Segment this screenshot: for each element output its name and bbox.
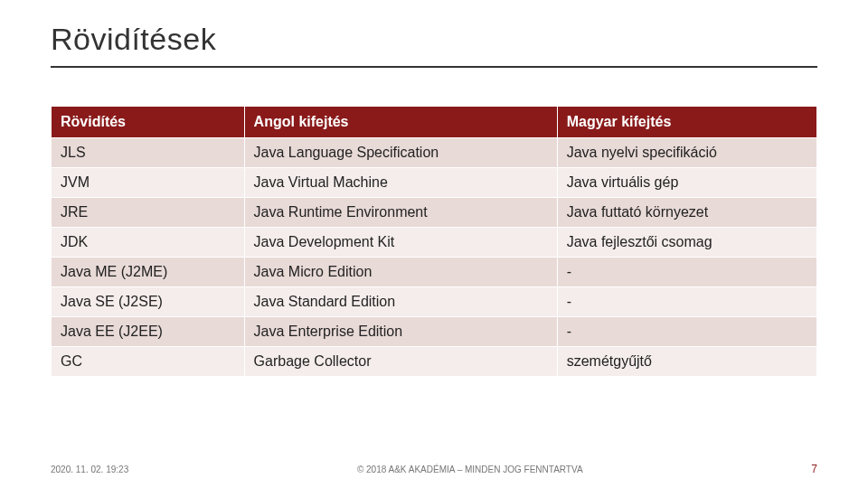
- cell-english: Java Runtime Environment: [244, 198, 557, 228]
- cell-english: Java Virtual Machine: [244, 168, 557, 198]
- col-header-hungarian: Magyar kifejtés: [557, 107, 816, 138]
- cell-english: Java Language Specification: [244, 138, 557, 168]
- table-row: JDK Java Development Kit Java fejlesztői…: [52, 228, 817, 258]
- cell-hungarian: Java fejlesztői csomag: [557, 228, 816, 258]
- cell-hungarian: -: [557, 287, 816, 317]
- abbrev-table-container: Rövidítés Angol kifejtés Magyar kifejtés…: [51, 106, 817, 377]
- table-row: Java ME (J2ME) Java Micro Edition -: [52, 258, 817, 287]
- table-row: Java SE (J2SE) Java Standard Edition -: [52, 287, 817, 317]
- abbrev-table: Rövidítés Angol kifejtés Magyar kifejtés…: [51, 106, 817, 377]
- footer-page-number: 7: [811, 463, 817, 475]
- cell-hungarian: Java nyelvi specifikáció: [557, 138, 816, 168]
- cell-english: Java Micro Edition: [244, 258, 557, 287]
- cell-hungarian: -: [557, 258, 816, 287]
- cell-abbrev: Java SE (J2SE): [52, 287, 245, 317]
- cell-hungarian: szemétgyűjtő: [557, 347, 816, 377]
- table-header-row: Rövidítés Angol kifejtés Magyar kifejtés: [52, 107, 817, 138]
- cell-english: Garbage Collector: [244, 347, 557, 377]
- cell-english: Java Development Kit: [244, 228, 557, 258]
- cell-hungarian: Java futtató környezet: [557, 198, 816, 228]
- cell-hungarian: Java virtuális gép: [557, 168, 816, 198]
- footer-timestamp: 2020. 11. 02. 19:23: [51, 465, 128, 474]
- cell-abbrev: JVM: [52, 168, 245, 198]
- col-header-abbrev: Rövidítés: [52, 107, 245, 138]
- cell-english: Java Enterprise Edition: [244, 317, 557, 347]
- table-row: Java EE (J2EE) Java Enterprise Edition -: [52, 317, 817, 347]
- cell-english: Java Standard Edition: [244, 287, 557, 317]
- table-row: JRE Java Runtime Environment Java futtat…: [52, 198, 817, 228]
- cell-abbrev: Java ME (J2ME): [52, 258, 245, 287]
- cell-abbrev: JDK: [52, 228, 245, 258]
- cell-abbrev: GC: [52, 347, 245, 377]
- cell-abbrev: JLS: [52, 138, 245, 168]
- cell-abbrev: JRE: [52, 198, 245, 228]
- page-title: Rövidítések: [51, 16, 817, 68]
- slide-footer: 2020. 11. 02. 19:23 © 2018 A&K AKADÉMIA …: [0, 463, 868, 475]
- table-row: JLS Java Language Specification Java nye…: [52, 138, 817, 168]
- footer-copyright: © 2018 A&K AKADÉMIA – MINDEN JOG FENNTAR…: [128, 465, 811, 474]
- col-header-english: Angol kifejtés: [244, 107, 557, 138]
- slide: Rövidítések Rövidítés Angol kifejtés Mag…: [0, 0, 868, 488]
- table-row: JVM Java Virtual Machine Java virtuális …: [52, 168, 817, 198]
- cell-abbrev: Java EE (J2EE): [52, 317, 245, 347]
- cell-hungarian: -: [557, 317, 816, 347]
- table-row: GC Garbage Collector szemétgyűjtő: [52, 347, 817, 377]
